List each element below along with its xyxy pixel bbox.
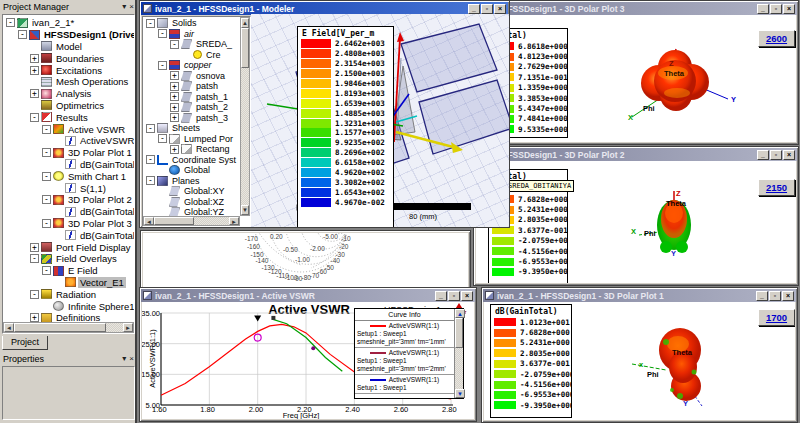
close-icon[interactable]: × — [129, 2, 134, 12]
collapse-icon[interactable]: ▾ — [122, 354, 126, 364]
polar-plot1-window[interactable]: ivan_2_1 - HFSSDesign1 - 3D Polar Plot 1… — [481, 287, 798, 423]
tree-item[interactable]: -Solids — [143, 18, 250, 29]
vswr-window[interactable]: ivan_2_1 - HFSSDesign1 - Active VSWR _▫×… — [139, 287, 477, 422]
tree-item[interactable]: -Active VSWR — [3, 123, 134, 135]
expander-icon[interactable]: + — [30, 243, 39, 252]
expander-icon[interactable]: + — [170, 92, 179, 101]
frequency-button[interactable]: 2150 — [758, 179, 795, 196]
close-button[interactable]: × — [782, 291, 794, 301]
minimize-button[interactable]: _ — [757, 150, 769, 160]
minimize-button[interactable]: _ — [435, 291, 447, 301]
expander-icon[interactable]: + — [30, 66, 39, 75]
tree-item[interactable]: dB(GainTotal) — [3, 159, 134, 171]
expander-icon[interactable]: + — [30, 313, 39, 322]
expander-icon[interactable]: - — [42, 219, 51, 228]
expander-icon[interactable]: + — [170, 82, 179, 91]
maximize-button[interactable]: ▫ — [481, 4, 493, 14]
modeler-3d-view[interactable]: 0 40 80 (mm) E Field[V_per_m 2.6462e+003… — [251, 14, 509, 227]
expander-icon[interactable]: + — [30, 54, 39, 63]
expander-icon[interactable]: - — [30, 254, 39, 263]
tree-item[interactable]: +osnova — [143, 71, 250, 82]
tree-item[interactable]: +Excitations — [3, 64, 134, 76]
expander-icon[interactable]: - — [42, 172, 51, 181]
scroll-down-arrow[interactable]: ▼ — [241, 205, 249, 215]
tree-item[interactable]: +patsh — [143, 81, 250, 92]
polar-plot2-titlebar[interactable]: 1 - HFSSDesign1 - 3D Polar Plot 2 _▫× — [475, 148, 797, 161]
tree-item[interactable]: -E Field — [3, 265, 134, 277]
tree-item[interactable]: -Coordinate Syst — [143, 155, 250, 166]
tree-item[interactable]: Global:XZ — [143, 197, 250, 208]
expander-icon[interactable]: - — [42, 195, 51, 204]
expander-icon[interactable]: + — [170, 71, 179, 80]
polar-plot1-titlebar[interactable]: ivan_2_1 - HFSSDesign1 - 3D Polar Plot 1… — [483, 289, 796, 302]
expander-icon[interactable]: - — [146, 19, 155, 28]
tree-item[interactable]: +patsh_3 — [143, 113, 250, 124]
tree-item[interactable]: -3D Polar Plot 1 — [3, 147, 134, 159]
scroll-thumb[interactable] — [154, 217, 194, 225]
tree-item[interactable]: -3D Polar Plot 2 — [3, 194, 134, 206]
curve-info-entry[interactable]: ActiveVSWR(1:1)Setup1 : Sweep1smeshnie_p… — [355, 348, 454, 375]
polar-plot2-canvas[interactable]: Z Theta X Phi Y nTotal) 7.6828e+0005.243… — [476, 161, 796, 283]
expander-icon[interactable]: - — [158, 134, 167, 143]
frequency-button[interactable]: 2600 — [758, 30, 795, 47]
expander-icon[interactable]: - — [30, 113, 39, 122]
expander-icon[interactable]: + — [30, 89, 39, 98]
tree-item[interactable]: S(1,1) — [3, 182, 134, 194]
expander-icon[interactable]: - — [146, 124, 155, 133]
polar-plot2-window[interactable]: 1 - HFSSDesign1 - 3D Polar Plot 2 _▫× — [473, 146, 799, 286]
tree-item[interactable]: -HFSSDesign1 (DrivenM — [3, 29, 134, 41]
tree-item[interactable]: -3D Polar Plot 3 — [3, 218, 134, 230]
tree-item[interactable]: +patsh_2 — [143, 102, 250, 113]
scroll-thumb[interactable] — [455, 318, 463, 348]
tree-item[interactable]: Optimetrics — [3, 100, 134, 112]
project-tree-hscrollbar[interactable]: ◄ ► — [3, 322, 134, 333]
scroll-right-arrow[interactable]: ► — [123, 323, 133, 332]
polar-plot3-titlebar[interactable]: 1 - HFSSDesign1 - 3D Polar Plot 3 _▫× — [475, 2, 797, 15]
tree-item[interactable]: -Smith Chart 1 — [3, 170, 134, 182]
tree-item[interactable]: Mesh Operations — [3, 76, 134, 88]
expander-icon[interactable]: - — [6, 18, 15, 27]
tree-item[interactable]: -Lumped Por — [143, 134, 250, 145]
curve-info-entry[interactable]: ActiveVSWR(1:1)Setup1 : Sweep1 — [355, 375, 454, 394]
tree-item[interactable]: -Results — [3, 111, 134, 123]
expander-icon[interactable]: - — [170, 40, 179, 49]
close-button[interactable]: × — [783, 4, 795, 14]
scroll-thumb[interactable] — [14, 323, 106, 332]
close-button[interactable]: × — [461, 291, 473, 301]
close-icon[interactable]: × — [129, 354, 134, 364]
tree-item[interactable]: Global — [143, 165, 250, 176]
scroll-thumb[interactable] — [241, 28, 249, 68]
expander-icon[interactable]: - — [158, 61, 167, 70]
legend-scrollbar[interactable]: ▲ ▼ — [454, 309, 463, 398]
tree-item[interactable]: -Field Overlays — [3, 253, 134, 265]
tree-item[interactable]: +Analysis — [3, 88, 134, 100]
properties-header[interactable]: Properties ▾ × — [0, 352, 137, 365]
tree-item[interactable]: Infinite Sphere1 — [3, 300, 134, 312]
tree-item[interactable]: -Sheets — [143, 123, 250, 134]
modeler-tree-hscrollbar[interactable]: ◄ ► — [143, 216, 240, 226]
vswr-plot-area[interactable]: Active VSWR HFSSDesign1 ANSOFT ActiveVSW… — [142, 302, 474, 419]
modeler-window[interactable]: ivan_2_1 - HFSSDesign1 - Modeler _▫× -So… — [139, 0, 510, 228]
expander-icon[interactable]: + — [170, 103, 179, 112]
expander-icon[interactable]: - — [158, 29, 167, 38]
close-button[interactable]: × — [494, 4, 506, 14]
scroll-down-arrow[interactable]: ▼ — [455, 389, 465, 398]
project-tab[interactable]: Project — [2, 336, 48, 350]
tree-item[interactable]: ActiveVSWR(1: — [3, 135, 134, 147]
tree-item[interactable]: -ivan_2_1* — [3, 17, 134, 29]
scroll-up-arrow[interactable]: ▲ — [241, 18, 249, 28]
expander-icon[interactable]: - — [30, 290, 39, 299]
scroll-left-arrow[interactable]: ◄ — [4, 323, 14, 332]
curve-info-legend[interactable]: Curve Info ActiveVSWR(1:1)Setup1 : Sweep… — [354, 308, 464, 399]
minimize-button[interactable]: _ — [468, 4, 480, 14]
project-tree[interactable]: -ivan_2_1*-HFSSDesign1 (DrivenMModel+Bou… — [2, 14, 135, 334]
maximize-button[interactable]: ▫ — [770, 4, 782, 14]
tree-item[interactable]: -Planes — [143, 176, 250, 187]
tree-item[interactable]: -SREDA_ — [143, 39, 250, 50]
tree-item[interactable]: -copper — [143, 60, 250, 71]
tree-item[interactable]: Global:XY — [143, 186, 250, 197]
tree-item[interactable]: dB(GainTotal) — [3, 206, 134, 218]
tree-item[interactable]: -Radiation — [3, 288, 134, 300]
frequency-button[interactable]: 1700 — [758, 309, 795, 326]
tree-item[interactable]: +patsh_1 — [143, 92, 250, 103]
